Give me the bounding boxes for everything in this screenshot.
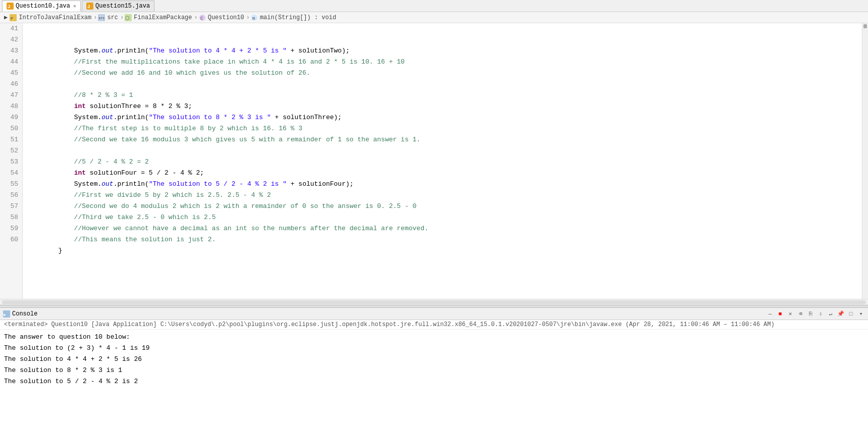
tab-bar: J Question10.java ✕ J Question15.java: [0, 0, 868, 12]
console-output-line: The solution to (2 + 3) * 4 - 1 is 19: [4, 343, 864, 354]
code-line: //5 / 2 - 4 % 2 = 2: [27, 156, 858, 168]
code-line: System.out.println("The solution to 4 * …: [27, 45, 858, 57]
line-number: 50: [4, 123, 18, 134]
svg-text:J: J: [8, 5, 10, 10]
console-expand-btn[interactable]: □: [847, 310, 855, 318]
console-label: Console: [12, 310, 37, 317]
project-icon: P: [10, 14, 17, 21]
line-number-gutter: 4142434445464748495051525354555657585960: [0, 23, 23, 299]
line-number: 57: [4, 201, 18, 212]
code-line: System.out.println("The solution to 8 * …: [27, 112, 858, 123]
class-icon: C: [199, 14, 206, 21]
svg-text:C: C: [200, 16, 203, 21]
code-line: int solutionThree = 8 * 2 % 3;: [27, 101, 858, 112]
breadcrumb-method[interactable]: main(String[]) : void: [260, 14, 336, 21]
console-copy-btn[interactable]: ⎘: [806, 310, 815, 318]
console-output: The answer to question 10 below:The solu…: [0, 330, 868, 424]
code-editor[interactable]: System.out.println("The solution to 4 * …: [23, 23, 862, 299]
console-output-line: The solution to 4 * 4 + 2 * 5 is 26: [4, 354, 864, 365]
line-number: 45: [4, 68, 18, 79]
breadcrumb-arrow: ▶: [4, 14, 8, 21]
code-line: //First the multiplications take place i…: [27, 57, 858, 68]
tab-question10-label: Question10.java: [16, 3, 70, 10]
console-scroll-lock-btn[interactable]: ⇩: [817, 310, 825, 318]
console-toolbar: — ■ ✕ ⌫ ⎘ ⇩ ↵ 📌 □ ▾: [766, 310, 865, 318]
console-clear-btn[interactable]: ⌫: [796, 310, 804, 318]
console-output-line: The solution to 8 * 2 % 3 is 1: [4, 365, 864, 376]
line-number: 52: [4, 145, 18, 156]
svg-text:P: P: [11, 16, 13, 21]
console-remove-btn[interactable]: ✕: [786, 310, 794, 318]
code-line: //However we cannot have a decimal as an…: [27, 223, 858, 234]
line-number: 44: [4, 57, 18, 68]
code-line: //Third we take 2.5 - 0 which is 2.5: [27, 212, 858, 223]
line-number: 53: [4, 156, 18, 168]
tab-question15-label: Question15.java: [95, 3, 150, 10]
breadcrumb-class[interactable]: Question10: [208, 14, 244, 21]
code-line: }: [27, 245, 858, 256]
code-line: int solutionFour = 5 / 2 - 4 % 2;: [27, 168, 858, 179]
console-status: <terminated> Question10 [Java Applicatio…: [0, 320, 868, 330]
console-output-line: The solution to 5 / 2 - 4 % 2 is 2: [4, 376, 864, 387]
code-line: //This means the solution is just 2.: [27, 234, 858, 245]
line-number: 48: [4, 101, 18, 112]
scroll-track: [2, 300, 866, 304]
breadcrumb-project[interactable]: IntroToJavaFinalExam: [19, 14, 91, 21]
svg-text:m: m: [252, 16, 255, 21]
svg-text:src: src: [98, 16, 105, 20]
code-line: System.out.println("The solution to 5 / …: [27, 179, 858, 190]
console-terminate-btn[interactable]: ■: [776, 310, 784, 318]
code-line: [27, 79, 858, 90]
line-number: 51: [4, 134, 18, 145]
console-minimize-btn[interactable]: —: [766, 310, 774, 318]
code-line: //8 * 2 % 3 = 1: [27, 90, 858, 101]
line-number: 60: [4, 234, 18, 245]
tab-question15[interactable]: J Question15.java: [82, 1, 154, 12]
line-number: 55: [4, 179, 18, 190]
tab-question10-close[interactable]: ✕: [73, 3, 76, 9]
code-line: [27, 145, 858, 156]
line-number: 43: [4, 45, 18, 57]
console-icon: ▶: [3, 310, 10, 317]
svg-text:J: J: [87, 5, 90, 10]
line-number: 56: [4, 190, 18, 201]
svg-text:⬡: ⬡: [125, 16, 130, 21]
src-icon: src: [98, 14, 105, 21]
code-line: //Second we take 16 modulus 3 which give…: [27, 134, 858, 145]
console-pin-btn[interactable]: 📌: [837, 310, 845, 318]
breadcrumb: ▶ P IntroToJavaFinalExam › src src › ⬡ F…: [0, 12, 868, 23]
code-container[interactable]: 4142434445464748495051525354555657585960…: [0, 23, 868, 299]
line-number: 54: [4, 168, 18, 179]
line-number: 59: [4, 223, 18, 234]
code-line: //Second we add 16 and 10 which gives us…: [27, 68, 858, 79]
console-word-wrap-btn[interactable]: ↵: [827, 310, 835, 318]
method-icon: m: [251, 14, 258, 21]
console-title: ▶ Console: [3, 310, 37, 317]
java-file-icon: J: [7, 3, 14, 10]
code-line: //Second we do 4 modulus 2 which is 2 wi…: [27, 201, 858, 212]
code-line: //The first step is to multiple 8 by 2 w…: [27, 123, 858, 134]
console-output-line: The answer to question 10 below:: [4, 332, 864, 343]
breadcrumb-src[interactable]: src: [107, 14, 118, 21]
vertical-scrollbar[interactable]: [862, 23, 868, 299]
package-icon: ⬡: [125, 14, 132, 21]
code-line: //First we divide 5 by 2 which is 2.5. 2…: [27, 190, 858, 201]
horizontal-scrollbar[interactable]: [0, 299, 868, 305]
console-area: ▶ Console — ■ ✕ ⌫ ⎘ ⇩ ↵ 📌 □ ▾ <terminate…: [0, 308, 868, 424]
line-number: 49: [4, 112, 18, 123]
line-number: 41: [4, 23, 18, 34]
svg-text:▶: ▶: [4, 312, 6, 317]
tab-question10[interactable]: J Question10.java ✕: [2, 1, 81, 12]
line-number: 46: [4, 79, 18, 90]
console-header: ▶ Console — ■ ✕ ⌫ ⎘ ⇩ ↵ 📌 □ ▾: [0, 308, 868, 320]
java-file-icon-2: J: [86, 3, 93, 10]
editor-area: 4142434445464748495051525354555657585960…: [0, 23, 868, 305]
line-number: 42: [4, 34, 18, 45]
code-line: [27, 256, 858, 268]
line-number: 47: [4, 90, 18, 101]
line-number: 58: [4, 212, 18, 223]
console-view-menu-btn[interactable]: ▾: [857, 310, 865, 318]
breadcrumb-package[interactable]: FinalExamPackage: [134, 14, 192, 21]
